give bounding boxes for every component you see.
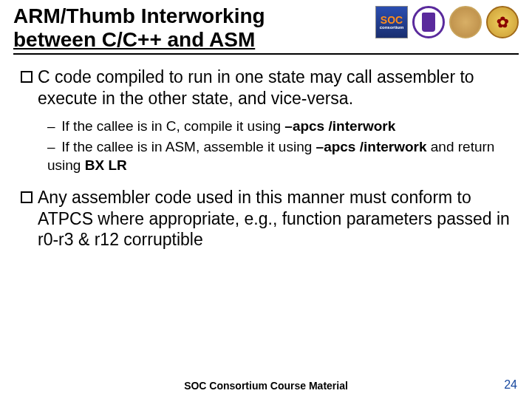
university-logo-3: ✿: [486, 6, 519, 38]
sub-bullet-list: – If the callee is in C, compile it usin…: [21, 114, 513, 187]
sub-text-prefix: If the callee is in C, compile it using: [61, 118, 284, 134]
sub-text-prefix: If the callee is in ASM, assemble it usi…: [61, 139, 316, 154]
title-line-2: between C/C++ and ASM: [13, 28, 255, 51]
bullet-item: Any assembler code used in this manner m…: [21, 187, 513, 250]
slide-title: ARM/Thumb Interworking between C/C++ and…: [13, 4, 375, 52]
bullet-text: Any assembler code used in this manner m…: [38, 187, 513, 250]
soc-consortium-logo: SOC consortium: [375, 6, 408, 38]
sub-bullet-item: – If the callee is in C, compile it usin…: [47, 117, 513, 136]
bullet-text: C code compiled to run in one state may …: [38, 66, 513, 109]
university-logo-1: [412, 6, 445, 38]
soc-logo-text-top: SOC: [381, 15, 403, 25]
sub-text-bold: –apcs /interwork: [316, 139, 427, 154]
bullet-item: C code compiled to run in one state may …: [21, 66, 513, 109]
soc-logo-text-bottom: consortium: [380, 25, 404, 30]
dash-icon: –: [47, 117, 58, 136]
university-logo-2: [449, 6, 482, 38]
title-line-1: ARM/Thumb Interworking: [13, 4, 265, 27]
sub-bullet-item: – If the callee is in ASM, assemble it u…: [47, 137, 513, 175]
sub-text-bold: –apcs /interwork: [284, 118, 395, 134]
sub-text-bold2: BX LR: [85, 157, 127, 173]
square-bullet-icon: [21, 71, 33, 83]
dash-icon: –: [47, 137, 58, 157]
slide-footer: SOC Consortium Course Material: [0, 380, 532, 392]
slide-header: ARM/Thumb Interworking between C/C++ and…: [0, 0, 532, 52]
page-number: 24: [504, 378, 517, 392]
slide-body: C code compiled to run in one state may …: [0, 55, 532, 250]
square-bullet-icon: [21, 191, 33, 203]
logo-row: SOC consortium ✿: [375, 4, 519, 38]
